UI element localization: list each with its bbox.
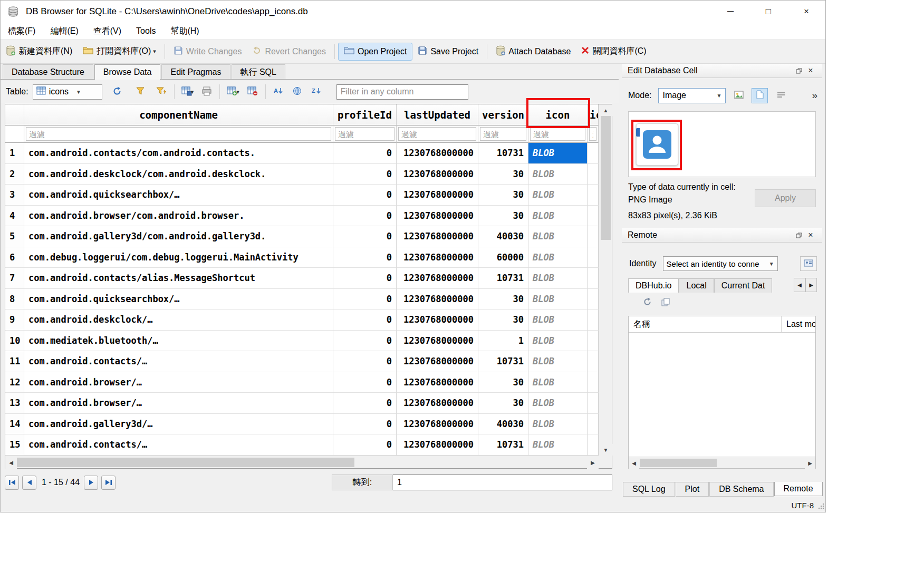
- cell-lastUpdated[interactable]: 1230768000000: [397, 268, 478, 289]
- cell-lastUpdated[interactable]: 1230768000000: [397, 185, 478, 206]
- scroll-up-button[interactable]: ▲: [599, 104, 612, 116]
- row-number[interactable]: 9: [5, 309, 24, 331]
- cell-extra[interactable]: [588, 372, 599, 393]
- cell-version[interactable]: 10731: [478, 434, 528, 456]
- cell-version[interactable]: 30: [478, 206, 528, 227]
- cell-profileId[interactable]: 0: [333, 185, 397, 206]
- vertical-scrollbar-thumb[interactable]: [601, 116, 611, 240]
- cell-profileId[interactable]: 0: [333, 164, 397, 185]
- cell-icon[interactable]: BLOB: [528, 434, 588, 456]
- filter-input-componentName[interactable]: [26, 127, 331, 141]
- horizontal-scrollbar[interactable]: ◀ ▶: [5, 456, 599, 468]
- cell-icon[interactable]: BLOB: [528, 164, 588, 185]
- scroll-down-button[interactable]: ▼: [599, 444, 612, 456]
- cell-componentName[interactable]: com.android.browser/…: [24, 393, 333, 414]
- cell-componentName[interactable]: com.android.browser/com.android.browser.: [24, 206, 333, 227]
- remote-tab-dbhub[interactable]: DBHub.io: [628, 278, 679, 293]
- scroll-right-button[interactable]: ▶: [805, 457, 815, 469]
- cell-icon[interactable]: BLOB: [528, 226, 588, 247]
- column-header-lastUpdated[interactable]: lastUpdated: [397, 104, 478, 125]
- cell-icon[interactable]: BLOB: [528, 185, 588, 206]
- row-number[interactable]: 15: [5, 434, 24, 456]
- scroll-left-button[interactable]: ◀: [5, 456, 17, 469]
- revert-changes-button[interactable]: Revert Changes: [247, 43, 331, 61]
- menu-file[interactable]: 檔案(F): [1, 23, 43, 40]
- save-project-button[interactable]: Save Project: [412, 43, 484, 61]
- print-button[interactable]: [199, 84, 214, 100]
- open-database-dropdown-icon[interactable]: ▾: [153, 48, 156, 55]
- global-filter-input[interactable]: [336, 84, 468, 100]
- cell-version[interactable]: 1: [478, 331, 528, 352]
- sort-descending-button[interactable]: Z: [309, 84, 324, 100]
- float-panel-button[interactable]: [793, 65, 805, 76]
- cell-profileId[interactable]: 0: [333, 414, 397, 435]
- contacts-app-icon-image[interactable]: [636, 123, 678, 166]
- scroll-left-button[interactable]: ◀: [629, 457, 639, 469]
- cell-componentName[interactable]: com.android.gallery3d/com.android.galler…: [24, 226, 333, 247]
- attach-database-button[interactable]: Attach Database: [490, 43, 576, 61]
- cell-profileId[interactable]: 0: [333, 309, 397, 331]
- row-number[interactable]: 10: [5, 331, 24, 352]
- save-results-dropdown-icon[interactable]: ▾: [191, 89, 194, 95]
- image-view-button[interactable]: [752, 88, 768, 103]
- remote-clone-button[interactable]: [661, 298, 670, 308]
- cell-extra[interactable]: [588, 185, 599, 206]
- cell-componentName[interactable]: com.android.browser/…: [24, 372, 333, 393]
- cell-componentName[interactable]: com.android.contacts/alias.MessageShortc…: [24, 268, 333, 289]
- cell-componentName[interactable]: com.android.quicksearchbox/…: [24, 185, 333, 206]
- previous-page-button[interactable]: [22, 476, 36, 490]
- cell-extra[interactable]: [588, 331, 599, 352]
- filter-input-profileId[interactable]: [335, 127, 394, 141]
- write-changes-button[interactable]: Write Changes: [168, 43, 247, 61]
- tab-execute-sql[interactable]: 執行 SQL: [232, 64, 285, 79]
- insert-record-dropdown-icon[interactable]: ▾: [236, 89, 239, 95]
- cell-extra[interactable]: [588, 268, 599, 289]
- table-selector-combo[interactable]: icons ▼: [33, 84, 102, 100]
- delete-record-button[interactable]: [245, 84, 260, 100]
- maximize-button[interactable]: □: [749, 1, 787, 23]
- cell-profileId[interactable]: 0: [333, 206, 397, 227]
- cell-lastUpdated[interactable]: 1230768000000: [397, 309, 478, 331]
- cell-profileId[interactable]: 0: [333, 393, 397, 414]
- menu-help[interactable]: 幫助(H): [163, 23, 206, 40]
- cell-profileId[interactable]: 0: [333, 226, 397, 247]
- cell-extra[interactable]: [588, 226, 599, 247]
- cell-lastUpdated[interactable]: 1230768000000: [397, 331, 478, 352]
- close-panel-button[interactable]: ×: [805, 65, 816, 76]
- cell-icon[interactable]: BLOB: [528, 309, 588, 331]
- cell-icon[interactable]: BLOB: [528, 206, 588, 227]
- remote-refresh-button[interactable]: [643, 297, 652, 308]
- minimize-button[interactable]: ─: [711, 1, 749, 23]
- open-database-button[interactable]: 打開資料庫(O) ▾: [78, 43, 161, 61]
- cell-version[interactable]: 30: [478, 309, 528, 331]
- remote-column-name[interactable]: 名稱: [629, 316, 782, 332]
- cell-componentName[interactable]: com.android.gallery3d/…: [24, 414, 333, 435]
- filter-input-lastUpdated[interactable]: [398, 127, 476, 141]
- cell-profileId[interactable]: 0: [333, 289, 397, 310]
- cell-lastUpdated[interactable]: 1230768000000: [397, 393, 478, 414]
- filter-input-partial[interactable]: [589, 127, 596, 141]
- insert-record-button[interactable]: ▾: [225, 84, 241, 100]
- word-wrap-button[interactable]: [773, 88, 789, 103]
- cell-componentName[interactable]: com.android.deskclock/com.android.deskcl…: [24, 164, 333, 185]
- horizontal-scrollbar-thumb[interactable]: [17, 458, 354, 467]
- identity-settings-button[interactable]: [800, 256, 817, 271]
- cell-icon[interactable]: BLOB: [528, 414, 588, 435]
- cell-componentName[interactable]: com.android.contacts/…: [24, 351, 333, 372]
- cell-lastUpdated[interactable]: 1230768000000: [397, 289, 478, 310]
- clear-filters-button[interactable]: [133, 84, 148, 100]
- row-number[interactable]: 1: [5, 143, 24, 164]
- cell-version[interactable]: 10731: [478, 351, 528, 372]
- cell-icon[interactable]: BLOB: [528, 268, 588, 289]
- refresh-button[interactable]: [110, 84, 124, 100]
- cell-extra[interactable]: [588, 164, 599, 185]
- cell-extra[interactable]: [588, 351, 599, 372]
- menu-view[interactable]: 查看(V): [86, 23, 129, 40]
- cell-version[interactable]: 30: [478, 289, 528, 310]
- remote-tab-current[interactable]: Current Dat: [714, 278, 773, 293]
- open-project-button[interactable]: Open Project: [338, 43, 412, 61]
- close-database-button[interactable]: 關閉資料庫(C): [576, 43, 651, 61]
- remote-scrollbar-thumb[interactable]: [640, 459, 717, 467]
- sort-ascending-button[interactable]: A: [271, 84, 286, 100]
- cell-icon[interactable]: BLOB: [528, 372, 588, 393]
